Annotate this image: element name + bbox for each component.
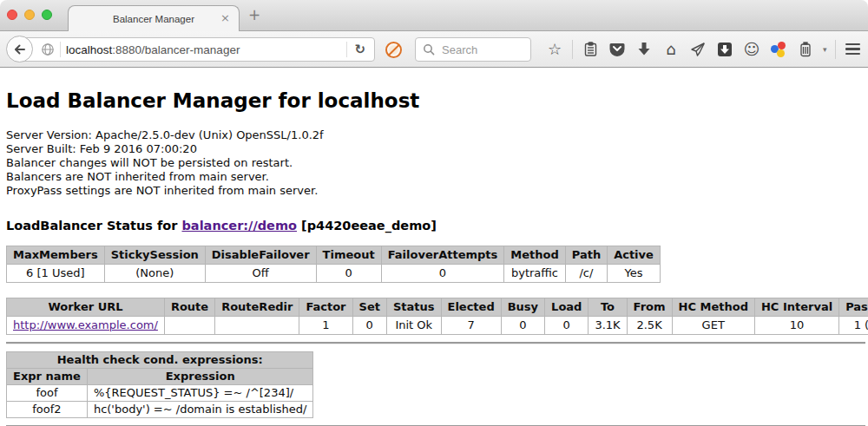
cell-from: 2.5K xyxy=(627,317,672,335)
url-domain: localhost xyxy=(66,43,112,56)
toolbar-icons: ☆ ⌂ xyxy=(545,31,868,67)
cell-factor: 1 xyxy=(299,317,352,335)
server-built-line: Server Built: Feb 9 2016 07:00:20 xyxy=(6,142,868,156)
hello-smiley-icon[interactable]: ☺ xyxy=(742,42,761,57)
tab-balancer-manager[interactable]: Balancer Manager × xyxy=(68,5,240,31)
tab-close-icon[interactable]: × xyxy=(220,12,230,24)
table-header-row: Worker URL Route RouteRedir Factor Set S… xyxy=(7,298,868,317)
col-set: Set xyxy=(352,298,386,317)
chevron-down-icon[interactable]: ▾ xyxy=(823,45,827,54)
cell-to: 3.1K xyxy=(589,317,627,335)
cell-load: 0 xyxy=(545,317,589,335)
status-heading-prefix: LoadBalancer Status for xyxy=(6,219,181,233)
plugin-blocked-icon[interactable] xyxy=(385,42,402,58)
page-content: Load Balancer Manager for localhost Serv… xyxy=(0,89,868,426)
reload-icon[interactable]: ↻ xyxy=(354,42,365,57)
cell-hc-interval: 10 xyxy=(754,317,838,335)
tab-bar: Balancer Manager × + xyxy=(0,0,868,31)
home-icon[interactable]: ⌂ xyxy=(661,42,681,57)
table-row: 6 [1 Used] (None) Off 0 0 bytraffic /c/ … xyxy=(7,265,661,283)
cell-maxmembers: 6 [1 Used] xyxy=(7,265,105,283)
window-minimize-button[interactable] xyxy=(24,10,35,20)
cell-expression: hc('body') =~ /domain is established/ xyxy=(87,402,313,418)
server-info: Server Version: Apache/2.5.0-dev (Unix) … xyxy=(6,128,868,198)
col-hc-interval: HC Interval xyxy=(754,298,838,317)
cell-passes: 1 (0) xyxy=(839,317,868,335)
video-download-helper-icon[interactable] xyxy=(715,42,734,57)
col-route: Route xyxy=(164,298,214,317)
url-path: :8880/balancer-manager xyxy=(112,43,240,56)
window-zoom-button[interactable] xyxy=(42,10,52,20)
table-header-row: Expr name Expression xyxy=(7,369,313,385)
toolbar-divider xyxy=(572,40,573,59)
url-bar[interactable]: localhost:8880/balancer-manager ↻ xyxy=(19,37,375,62)
menu-button[interactable] xyxy=(844,43,863,56)
horizontal-rule xyxy=(6,342,865,344)
cell-expr-name: foof xyxy=(7,385,88,402)
col-method: Method xyxy=(504,246,565,265)
new-tab-button[interactable]: + xyxy=(248,8,260,23)
col-maxmembers: MaxMembers xyxy=(7,246,105,265)
search-icon xyxy=(423,43,435,56)
cell-expression: %{REQUEST_STATUS} =~ /^[234]/ xyxy=(87,385,313,402)
cell-hc-method: GET xyxy=(672,317,754,335)
cell-active: Yes xyxy=(608,265,661,283)
col-to: To xyxy=(589,298,627,317)
table-title-row: Health check cond. expressions: xyxy=(7,352,313,369)
col-factor: Factor xyxy=(299,298,352,317)
table-row: foof2 hc('body') =~ /domain is establish… xyxy=(7,402,313,418)
toolbar-divider xyxy=(835,40,836,59)
table-row: foof %{REQUEST_STATUS} =~ /^[234]/ xyxy=(7,385,313,402)
back-button[interactable] xyxy=(6,36,33,62)
site-identity-globe-icon[interactable] xyxy=(41,43,55,56)
cell-elected: 7 xyxy=(441,317,501,335)
cell-expr-name: foof2 xyxy=(7,402,88,418)
col-expression: Expression xyxy=(87,369,313,385)
table-row: http://www.example.com/ 1 0 Init Ok 7 0 … xyxy=(7,317,868,335)
url-text[interactable]: localhost:8880/balancer-manager xyxy=(66,43,240,56)
col-path: Path xyxy=(565,246,607,265)
browser-window: Balancer Manager × + localhost:8880/bala… xyxy=(0,0,868,426)
window-close-button[interactable] xyxy=(7,10,17,20)
clipboard-icon[interactable] xyxy=(581,42,600,57)
cell-route xyxy=(164,317,214,335)
cell-failoverattempts: 0 xyxy=(381,265,504,283)
cell-busy: 0 xyxy=(501,317,544,335)
status-heading-suffix: [p4420eeae_demo] xyxy=(297,219,437,233)
navigation-toolbar: localhost:8880/balancer-manager ↻ ☆ xyxy=(0,31,868,68)
proxypass-note-line: ProxyPass settings are NOT inherited fro… xyxy=(6,184,868,198)
downloads-icon[interactable] xyxy=(635,42,654,56)
send-plane-icon[interactable] xyxy=(688,42,707,57)
page-title: Load Balancer Manager for localhost xyxy=(6,89,868,112)
balancers-note-line: Balancers are NOT inherited from main se… xyxy=(6,170,868,184)
cell-path: /c/ xyxy=(565,265,607,283)
bookmark-star-icon[interactable]: ☆ xyxy=(545,42,564,57)
col-elected: Elected xyxy=(441,298,501,317)
worker-url-link[interactable]: http://www.example.com/ xyxy=(13,318,158,331)
search-bar[interactable] xyxy=(415,37,531,62)
cell-timeout: 0 xyxy=(316,265,381,283)
col-hc-method: HC Method xyxy=(672,298,754,317)
window-controls xyxy=(7,10,52,20)
balancer-demo-link[interactable]: balancer://demo xyxy=(181,219,297,233)
col-disablefailover: DisableFailover xyxy=(205,246,316,265)
cell-disablefailover: Off xyxy=(205,265,316,283)
reload-area: ↻ xyxy=(346,38,374,61)
container-battery-icon[interactable] xyxy=(796,42,815,57)
pocket-icon[interactable] xyxy=(608,42,627,57)
health-table-title: Health check cond. expressions: xyxy=(7,352,313,369)
col-passes: Passes xyxy=(839,298,868,317)
colored-dots-addon-icon[interactable] xyxy=(769,42,788,57)
balancer-settings-table: MaxMembers StickySession DisableFailover… xyxy=(6,246,661,283)
cell-worker-url: http://www.example.com/ xyxy=(7,317,165,335)
col-busy: Busy xyxy=(501,298,544,317)
col-worker-url: Worker URL xyxy=(7,298,165,317)
cell-stickysession: (None) xyxy=(104,265,205,283)
col-load: Load xyxy=(545,298,589,317)
balancer-status-heading: LoadBalancer Status for balancer://demo … xyxy=(6,219,868,233)
col-expr-name: Expr name xyxy=(7,369,88,385)
col-failoverattempts: FailoverAttempts xyxy=(381,246,504,265)
table-header-row: MaxMembers StickySession DisableFailover… xyxy=(7,246,661,265)
server-version-line: Server Version: Apache/2.5.0-dev (Unix) … xyxy=(6,128,868,142)
search-input[interactable] xyxy=(440,43,518,57)
